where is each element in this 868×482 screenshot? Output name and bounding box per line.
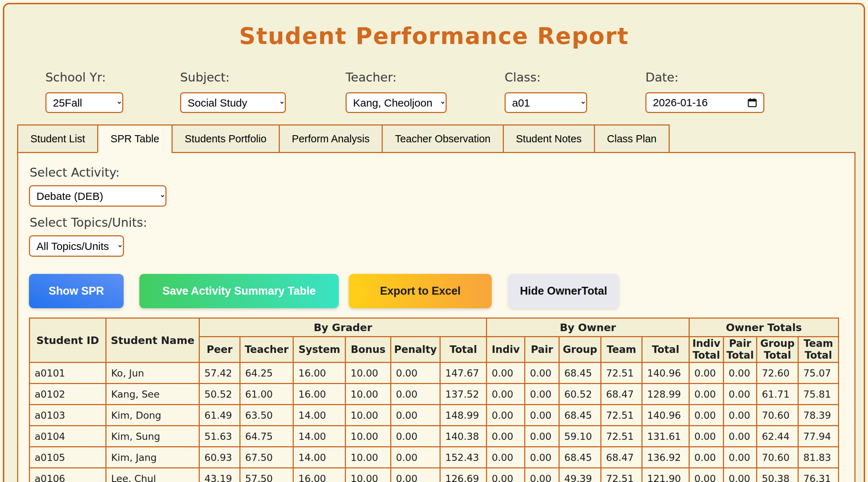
cell-pair-total: 0.00	[724, 384, 757, 405]
header-pair-total: Pair Total	[724, 337, 757, 363]
spr-table-panel: Select Activity: Debate (DEB) Select Top…	[17, 152, 855, 482]
cell-student-name: Kang, See	[106, 384, 199, 405]
cell-peer: 51.63	[199, 426, 240, 447]
cell-grader-total: 152.43	[440, 447, 487, 468]
tab-student-notes[interactable]: Student Notes	[503, 124, 595, 153]
header-group: Group	[559, 337, 601, 363]
class-label: Class:	[505, 70, 587, 84]
school-yr-label: School Yr:	[45, 70, 123, 84]
header-group-by-grader: By Grader	[199, 318, 487, 337]
cell-penalty: 0.00	[391, 405, 440, 426]
cell-pair: 0.00	[525, 363, 559, 384]
header-indiv-total: Indiv Total	[689, 337, 724, 363]
cell-owner-total: 128.99	[642, 384, 689, 405]
button-row: Show SPR Save Activity Summary Table Exp…	[29, 274, 854, 308]
cell-indiv-total: 0.00	[689, 447, 724, 468]
date-input[interactable]: 2026-01-16	[645, 92, 764, 113]
cell-group-total: 50.38	[757, 468, 798, 482]
cell-penalty: 0.00	[391, 363, 440, 384]
cell-student-name: Kim, Jang	[106, 447, 199, 468]
cell-penalty: 0.00	[391, 384, 440, 405]
header-peer: Peer	[199, 337, 240, 363]
cell-student-name: Kim, Sung	[106, 426, 199, 447]
cell-owner-total: 136.92	[642, 447, 689, 468]
cell-indiv: 0.00	[487, 447, 525, 468]
cell-team-total: 75.81	[798, 384, 839, 405]
activity-select[interactable]: Debate (DEB)	[29, 185, 167, 207]
cell-bonus: 10.00	[346, 426, 391, 447]
cell-grader-total: 140.38	[440, 426, 487, 447]
tab-teacher-observation[interactable]: Teacher Observation	[382, 124, 504, 153]
cell-teacher: 67.50	[240, 447, 293, 468]
cell-bonus: 10.00	[346, 447, 391, 468]
cell-penalty: 0.00	[391, 468, 440, 482]
subject-select[interactable]: Social Study	[180, 92, 286, 113]
cell-system: 14.00	[293, 405, 346, 426]
cell-student-id: a0104	[30, 426, 106, 447]
teacher-select[interactable]: Kang, Cheoljoon	[346, 92, 447, 113]
tab-students-portfolio[interactable]: Students Portfolio	[172, 124, 280, 153]
cell-teacher: 64.75	[240, 426, 293, 447]
tab-bar: Student ListSPR TableStudents PortfolioP…	[17, 124, 864, 153]
cell-student-id: a0102	[30, 384, 106, 405]
cell-student-id: a0101	[30, 363, 106, 384]
cell-indiv: 0.00	[487, 405, 525, 426]
cell-pair-total: 0.00	[724, 426, 757, 447]
class-select[interactable]: a01	[505, 92, 587, 113]
cell-indiv: 0.00	[487, 384, 525, 405]
header-penalty: Penalty	[391, 337, 440, 363]
topics-select[interactable]: All Topics/Units	[29, 235, 124, 257]
cell-bonus: 10.00	[346, 405, 391, 426]
cell-teacher: 57.50	[240, 468, 293, 482]
table-row: a0101Ko, Jun57.4264.2516.0010.000.00147.…	[30, 363, 839, 384]
cell-pair-total: 0.00	[724, 447, 757, 468]
cell-pair: 0.00	[525, 405, 559, 426]
header-owner-total: Total	[642, 337, 689, 363]
teacher-label: Teacher:	[346, 70, 447, 84]
cell-team-total: 81.83	[798, 447, 839, 468]
calendar-icon	[747, 97, 758, 108]
cell-team: 68.47	[601, 384, 642, 405]
table-row: a0104Kim, Sung51.6364.7514.0010.000.0014…	[30, 426, 839, 447]
cell-owner-total: 140.96	[642, 363, 689, 384]
cell-owner-total: 140.96	[642, 405, 689, 426]
save-summary-button[interactable]: Save Activity Summary Table	[139, 274, 339, 308]
school-yr-select[interactable]: 25Fall	[45, 92, 123, 113]
cell-group: 68.45	[559, 363, 601, 384]
date-value: 2026-01-16	[653, 97, 747, 109]
header-system: System	[293, 337, 346, 363]
cell-indiv: 0.00	[487, 468, 525, 482]
cell-pair-total: 0.00	[724, 363, 757, 384]
cell-group: 49.39	[559, 468, 601, 482]
table-row: a0105Kim, Jang60.9367.5014.0010.000.0015…	[30, 447, 839, 468]
cell-system: 16.00	[293, 468, 346, 482]
header-group-by-owner: By Owner	[487, 318, 689, 337]
cell-indiv: 0.00	[487, 363, 525, 384]
tab-perform-analysis[interactable]: Perform Analysis	[279, 124, 383, 153]
show-spr-button[interactable]: Show SPR	[29, 274, 124, 308]
cell-student-id: a0106	[30, 468, 106, 482]
tab-student-list[interactable]: Student List	[17, 124, 98, 153]
export-excel-button[interactable]: Export to Excel	[349, 274, 492, 308]
cell-indiv-total: 0.00	[689, 405, 724, 426]
cell-bonus: 10.00	[346, 468, 391, 482]
tab-spr-table[interactable]: SPR Table	[97, 124, 173, 153]
filter-school-yr: School Yr: 25Fall	[45, 70, 123, 113]
hide-owner-total-button[interactable]: Hide OwnerTotal	[508, 274, 619, 308]
header-pair: Pair	[525, 337, 559, 363]
cell-indiv-total: 0.00	[689, 426, 724, 447]
cell-system: 14.00	[293, 426, 346, 447]
cell-pair: 0.00	[525, 426, 559, 447]
tab-class-plan[interactable]: Class Plan	[594, 124, 670, 153]
cell-owner-total: 121.90	[642, 468, 689, 482]
cell-group-total: 72.60	[757, 363, 798, 384]
filter-subject: Subject: Social Study	[180, 70, 286, 113]
cell-indiv: 0.00	[487, 426, 525, 447]
filter-class: Class: a01	[505, 70, 587, 113]
cell-grader-total: 148.99	[440, 405, 487, 426]
cell-peer: 50.52	[199, 384, 240, 405]
header-grader-total: Total	[440, 337, 487, 363]
cell-penalty: 0.00	[391, 426, 440, 447]
cell-penalty: 0.00	[391, 447, 440, 468]
header-bonus: Bonus	[346, 337, 391, 363]
